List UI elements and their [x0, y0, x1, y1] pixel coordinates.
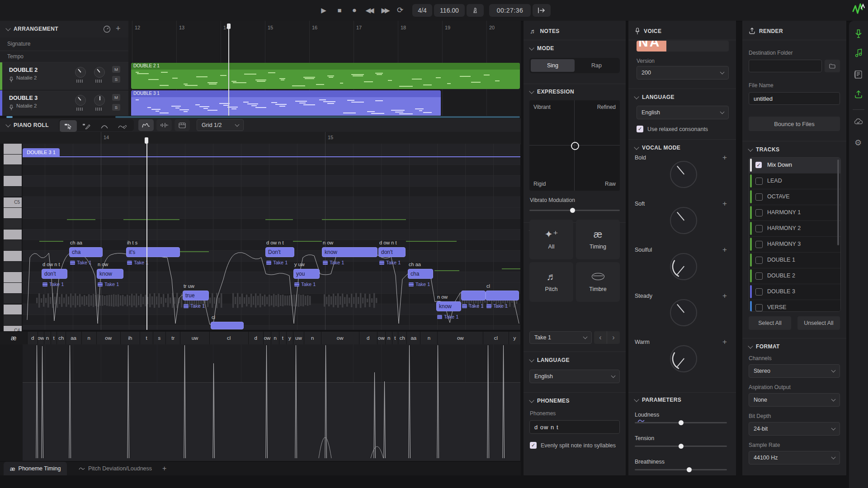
piano-key[interactable]: [4, 176, 22, 186]
piano-key[interactable]: [4, 144, 22, 154]
phoneme-cell[interactable]: ow: [96, 332, 120, 344]
phoneme-cell[interactable]: d: [248, 332, 263, 344]
bounce-button[interactable]: Bounce to Files: [749, 117, 840, 131]
piano-key[interactable]: [4, 165, 22, 175]
collapse-icon[interactable]: [634, 145, 639, 150]
phoneme-cell[interactable]: n: [271, 332, 279, 344]
collapse-icon[interactable]: [529, 45, 534, 50]
parameter-thumb[interactable]: [679, 444, 684, 449]
track-checkbox[interactable]: [755, 304, 763, 311]
note-language-select[interactable]: English: [529, 370, 620, 383]
track-knob[interactable]: [75, 67, 86, 78]
phoneme-cell[interactable]: aa: [406, 332, 420, 344]
arrangement-clip[interactable]: DOUBLE 2 1: [131, 63, 520, 89]
mic-icon[interactable]: [854, 29, 863, 39]
scrollbar-thumb[interactable]: [115, 116, 520, 118]
time-display[interactable]: 00:27:36: [489, 4, 531, 17]
piano-key[interactable]: [4, 294, 22, 304]
mode-rap-button[interactable]: Rap: [575, 59, 618, 72]
rewind-button[interactable]: ◀◀: [362, 0, 376, 21]
track-checkbox[interactable]: [755, 257, 763, 264]
signature-row[interactable]: Signature: [0, 38, 128, 51]
metronome-icon[interactable]: [467, 4, 484, 17]
vocal-mode-knob[interactable]: [670, 161, 697, 188]
return-to-start-icon[interactable]: [533, 4, 551, 17]
format-field-select[interactable]: 24-bit: [749, 422, 840, 436]
piano-note[interactable]: [486, 291, 519, 300]
expression-handle[interactable]: [571, 142, 579, 150]
vibrato-thumb[interactable]: [570, 208, 575, 213]
parameter-slider[interactable]: [635, 469, 727, 470]
tab-phoneme-timing[interactable]: æ Phoneme Timing: [4, 462, 67, 475]
vocal-mode-knob[interactable]: [670, 345, 697, 372]
tab-pitch-deviation[interactable]: Pitch Deviation/Loudness: [72, 462, 158, 475]
piano-key[interactable]: [4, 283, 22, 293]
phoneme-cell[interactable]: ow: [263, 332, 271, 344]
vibrato-slider[interactable]: [529, 210, 620, 211]
collapse-icon[interactable]: [748, 146, 753, 151]
take-tag[interactable]: Take 1: [42, 282, 64, 287]
parameter-thumb[interactable]: [679, 420, 684, 425]
collapse-icon[interactable]: [748, 343, 753, 348]
track-checkbox[interactable]: [755, 209, 763, 216]
take-tag[interactable]: Take 1: [294, 282, 316, 287]
piano-note[interactable]: true: [183, 291, 209, 300]
take-tag[interactable]: Take 1: [70, 260, 91, 265]
phoneme-cell[interactable]: n: [304, 332, 321, 344]
retake-tile-timbre[interactable]: Timbre: [576, 262, 620, 302]
piano-note[interactable]: know: [436, 301, 461, 311]
file-name-input[interactable]: untitled: [749, 92, 840, 105]
split-syllables-checkbox[interactable]: ✓: [530, 442, 537, 449]
take-tag[interactable]: Take 1: [323, 260, 344, 265]
waveform-toggle[interactable]: [156, 119, 172, 131]
phoneme-cell[interactable]: n: [44, 332, 51, 344]
piano-note[interactable]: [461, 291, 486, 300]
solo-button[interactable]: S: [112, 104, 120, 111]
voice-avatar-image[interactable]: NA: [637, 41, 729, 52]
piano-key[interactable]: [4, 187, 22, 197]
take-tag[interactable]: Take 1: [184, 303, 205, 309]
collapse-icon[interactable]: [634, 397, 639, 402]
phoneme-cell[interactable]: t: [279, 332, 286, 344]
track-checkbox[interactable]: ✓: [755, 162, 762, 168]
phoneme-cell[interactable]: n: [385, 332, 392, 344]
parameter-slider[interactable]: [635, 446, 727, 447]
curve-draw-tool[interactable]: [114, 120, 131, 132]
vocal-mode-knob[interactable]: [670, 207, 697, 234]
phonemes-input[interactable]: d ow n t: [529, 420, 620, 434]
collapse-icon[interactable]: [529, 398, 534, 403]
collapse-icon[interactable]: [529, 357, 534, 362]
phoneme-cell[interactable]: tr: [165, 332, 180, 344]
track-knob[interactable]: [75, 95, 86, 106]
track-checkbox[interactable]: [755, 178, 763, 185]
format-field-select[interactable]: 44100 Hz: [749, 451, 840, 465]
take-tag[interactable]: Take 1: [266, 260, 288, 265]
phoneme-cell[interactable]: ch: [398, 332, 407, 344]
track-checkbox[interactable]: [755, 193, 763, 201]
parameter-thumb[interactable]: [687, 467, 692, 472]
piano-note[interactable]: [211, 322, 244, 329]
take-tag[interactable]: Take 1: [437, 314, 458, 319]
track-checkbox[interactable]: [755, 225, 763, 232]
render-track-row[interactable]: DOUBLE 1: [749, 253, 840, 268]
add-vocal-mode-icon[interactable]: +: [722, 291, 727, 300]
destination-input[interactable]: [749, 60, 822, 72]
piano-key[interactable]: [4, 305, 22, 315]
render-track-row[interactable]: HARMONY 3: [749, 237, 840, 253]
phoneme-cell[interactable]: d: [27, 332, 37, 344]
render-track-row[interactable]: OCTAVE: [749, 189, 840, 205]
collapse-icon[interactable]: [5, 122, 10, 127]
takes-panel-toggle[interactable]: [175, 119, 190, 131]
scrollbar-cap[interactable]: [6, 116, 13, 118]
piano-key[interactable]: [4, 315, 22, 325]
metronome-settings-icon[interactable]: [103, 25, 111, 33]
piano-note[interactable]: don't: [378, 247, 406, 257]
collapse-icon[interactable]: [634, 94, 639, 99]
track-knob[interactable]: [94, 67, 105, 78]
curve-tool[interactable]: [96, 120, 113, 132]
piano-note[interactable]: cha: [408, 269, 433, 279]
piano-key[interactable]: [4, 272, 22, 282]
library-icon[interactable]: [854, 70, 863, 80]
add-vocal-mode-icon[interactable]: +: [722, 153, 727, 162]
piano-note[interactable]: know: [97, 269, 123, 279]
